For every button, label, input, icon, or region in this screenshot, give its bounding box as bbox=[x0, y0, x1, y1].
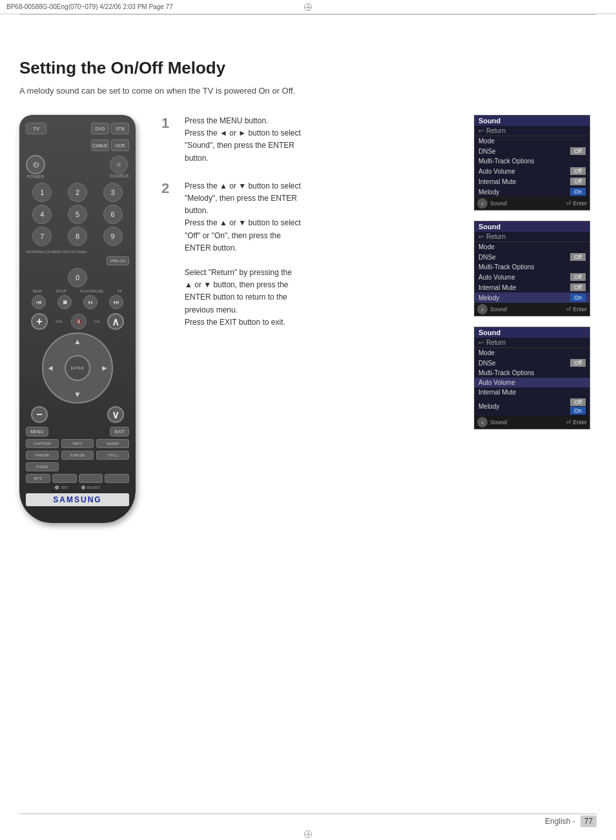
menu2-header: Sound bbox=[475, 221, 590, 232]
button-0[interactable]: 0 bbox=[68, 268, 87, 287]
step-2: 2 Press the ▲ or ▼ button to select "Mel… bbox=[161, 180, 461, 329]
remote-top-row: TV DVD STB bbox=[26, 123, 129, 134]
exit-button[interactable]: EXIT bbox=[110, 427, 129, 436]
play-pause-button[interactable]: ⏯ bbox=[83, 295, 98, 309]
power-label: POWER bbox=[26, 174, 45, 179]
menu3-row-multitrack: Multi-Track Options bbox=[475, 368, 590, 378]
still-button[interactable]: STILL bbox=[96, 451, 129, 460]
pre-ch-button[interactable]: PRE-CH bbox=[107, 256, 129, 265]
header-text: BP68-00588G-00Eng(070~079) 4/22/06 2:03 … bbox=[6, 3, 173, 10]
mute-button[interactable]: 🔇 bbox=[71, 314, 87, 329]
dpad: ▲ ▼ ◄ ► ENTER bbox=[42, 333, 113, 404]
mts-button[interactable]: MTS bbox=[26, 474, 50, 483]
dpad-down-arrow[interactable]: ▼ bbox=[74, 390, 81, 399]
source-button[interactable]: ◎ bbox=[110, 156, 128, 174]
number-grid: 1 2 3 4 5 6 7 8 9 bbox=[26, 183, 129, 246]
step-2-text: Press the ▲ or ▼ button to select "Melod… bbox=[185, 180, 461, 329]
top-border bbox=[19, 14, 597, 15]
bottom-buttons: CAPTION INFO SLEEP P.MODE S.MODE STILL P… bbox=[26, 439, 129, 471]
vol-down-button[interactable]: − bbox=[31, 406, 48, 423]
page-subtitle: A melody sound can be set to come on whe… bbox=[19, 86, 597, 96]
extra-btn-2[interactable] bbox=[79, 474, 103, 483]
rew-button[interactable]: ⏮ bbox=[32, 295, 46, 309]
bottom-crosshair bbox=[304, 830, 312, 840]
menu2-row-dnse: DNSe Off bbox=[475, 252, 590, 262]
sound-menu-2: Sound ↩ Return Mode DNSe Off Multi-Track… bbox=[474, 221, 590, 316]
button-7[interactable]: 7 bbox=[32, 227, 52, 246]
menu1-row-multitrack: Multi-Track Options bbox=[475, 156, 590, 166]
menu1-header: Sound bbox=[475, 116, 590, 126]
menu2-footer: ♪ Sound ⏎ Enter bbox=[475, 303, 590, 316]
extra-btn-1[interactable] bbox=[52, 474, 77, 483]
vol-up-button[interactable]: + bbox=[31, 313, 48, 330]
vcr-button[interactable]: VCR bbox=[111, 139, 129, 151]
power-row: ⏻ POWER ◎ SOURCE bbox=[26, 155, 129, 179]
button-1[interactable]: 1 bbox=[32, 183, 52, 202]
step-1-number: 1 bbox=[161, 115, 174, 165]
menu2-row-multitrack: Multi-Track Options bbox=[475, 262, 590, 272]
power-button[interactable]: ⏻ bbox=[26, 155, 45, 174]
button-2[interactable]: 2 bbox=[68, 183, 87, 202]
antenna-label: ANTENNA CH.MGR FAV.CH DNSe bbox=[26, 250, 87, 254]
return-arrow-2-icon: ↩ bbox=[478, 233, 484, 240]
caption-button[interactable]: CAPTION bbox=[26, 439, 59, 448]
smode-button[interactable]: S.MODE bbox=[61, 451, 94, 460]
button-6[interactable]: 6 bbox=[103, 205, 123, 224]
sound-menu-1: Sound ↩ Return Mode DNSe Off Multi-Track… bbox=[474, 115, 590, 210]
menu2-row-autovolume: Auto Volume Off bbox=[475, 272, 590, 282]
bottom-border bbox=[19, 814, 597, 814]
ch-down-button[interactable]: ∨ bbox=[107, 406, 124, 423]
english-label: English - bbox=[545, 817, 575, 826]
menu1-enter-label: ⏎ Enter bbox=[566, 200, 587, 207]
sound-menu-3: Sound ↩ Return Mode DNSe Off Multi-Track… bbox=[474, 327, 590, 429]
dpad-up-arrow[interactable]: ▲ bbox=[74, 337, 81, 346]
button-3[interactable]: 3 bbox=[103, 183, 123, 202]
ff-button[interactable]: ⏭ bbox=[109, 295, 123, 309]
menu1-footer-icon: ♪ bbox=[477, 198, 488, 209]
remote-container: TV DVD STB CABLE bbox=[19, 115, 149, 523]
menu1-row-dnse: DNSe Off bbox=[475, 146, 590, 156]
melody-off-value: Off bbox=[570, 398, 586, 406]
cable-button[interactable]: CABLE bbox=[91, 139, 109, 151]
set-reset-row: SET RESET bbox=[26, 486, 129, 489]
step-1: 1 Press the MENU button. Press the ◄ or … bbox=[161, 115, 461, 165]
transport-row: ⏮ ⏹ ⏯ ⏭ bbox=[26, 295, 129, 309]
set-control[interactable]: SET bbox=[55, 486, 68, 489]
return-arrow-icon: ↩ bbox=[478, 127, 484, 134]
menu-button[interactable]: MENU bbox=[26, 427, 48, 436]
source-label: SOURCE bbox=[110, 174, 129, 178]
button-9[interactable]: 9 bbox=[103, 227, 123, 246]
samsung-logo: SAMSUNG bbox=[26, 493, 129, 506]
extra-btn-3[interactable] bbox=[105, 474, 129, 483]
ch-up-button[interactable]: ∧ bbox=[107, 313, 124, 330]
page-footer: English - 77 bbox=[545, 815, 597, 827]
button-8[interactable]: 8 bbox=[68, 227, 87, 246]
menu2-row-melody-highlighted: Melody On bbox=[475, 292, 590, 303]
stop-button[interactable]: ⏹ bbox=[57, 295, 72, 309]
return-arrow-3-icon: ↩ bbox=[478, 339, 484, 346]
menu3-row-autovolume-highlighted: Auto Volume bbox=[475, 378, 590, 387]
button-4[interactable]: 4 bbox=[32, 205, 52, 224]
content-layout: TV DVD STB CABLE bbox=[19, 115, 597, 523]
menu2-return: ↩ Return bbox=[475, 232, 590, 242]
pside-button[interactable]: P.SIDE bbox=[26, 462, 59, 471]
menu3-footer-icon: ♪ bbox=[477, 417, 488, 427]
reset-control[interactable]: RESET bbox=[81, 486, 100, 489]
tv-button[interactable]: TV bbox=[26, 123, 46, 134]
set-dot bbox=[55, 486, 59, 489]
step-2-number: 2 bbox=[161, 180, 174, 329]
enter-button[interactable]: ENTER bbox=[65, 355, 90, 381]
stb-button[interactable]: STB bbox=[111, 123, 129, 134]
dvd-button[interactable]: DVD bbox=[91, 123, 109, 134]
dpad-right-arrow[interactable]: ► bbox=[101, 364, 108, 373]
zero-row: PRE-CH bbox=[26, 256, 129, 265]
step-1-text: Press the MENU button. Press the ◄ or ► … bbox=[185, 115, 461, 165]
menu1-return: ↩ Return bbox=[475, 126, 590, 136]
input-buttons: DVD STB bbox=[91, 123, 129, 134]
sleep-button[interactable]: SLEEP bbox=[96, 439, 129, 448]
prech-zero-row: ANTENNA CH.MGR FAV.CH DNSe bbox=[26, 250, 129, 254]
info-button[interactable]: INFO bbox=[61, 439, 94, 448]
pmode-button[interactable]: P.MODE bbox=[26, 451, 59, 460]
dpad-left-arrow[interactable]: ◄ bbox=[46, 364, 54, 373]
button-5[interactable]: 5 bbox=[68, 205, 87, 224]
